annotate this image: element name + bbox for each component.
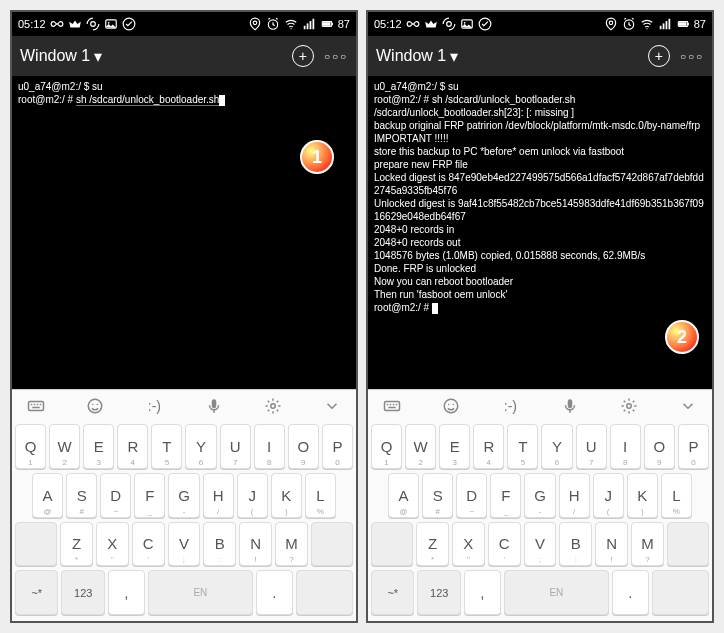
mic-icon[interactable] (204, 396, 224, 416)
key-c[interactable]: C' (132, 522, 165, 567)
keyboard-icon[interactable] (382, 396, 402, 416)
key-i[interactable]: I8 (254, 424, 285, 469)
emoji-icon[interactable] (85, 396, 105, 416)
svg-rect-35 (668, 19, 670, 30)
key-t[interactable]: T5 (151, 424, 182, 469)
chevron-down-icon[interactable] (322, 396, 342, 416)
mic-icon[interactable] (560, 396, 580, 416)
symbols-key[interactable]: ~* (15, 570, 58, 615)
key-h[interactable]: H/ (559, 473, 590, 518)
key-n[interactable]: N! (595, 522, 628, 567)
key-r[interactable]: R4 (117, 424, 148, 469)
key-c[interactable]: C' (488, 522, 521, 567)
key-x[interactable]: X" (96, 522, 129, 567)
key-v[interactable]: V; (524, 522, 557, 567)
key-s[interactable]: S# (422, 473, 453, 518)
key-n[interactable]: N! (239, 522, 272, 567)
key-w[interactable]: W2 (49, 424, 80, 469)
key-o[interactable]: O9 (644, 424, 675, 469)
key-h[interactable]: H/ (203, 473, 234, 518)
symbols-key[interactable]: ~* (371, 570, 414, 615)
key-f[interactable]: F_ (134, 473, 165, 518)
svg-rect-10 (312, 19, 314, 30)
key-j[interactable]: J( (237, 473, 268, 518)
key-g[interactable]: G- (524, 473, 555, 518)
terminal-output[interactable]: u0_a74@m2:/ $ suroot@m2:/ # sh /sdcard/u… (12, 76, 356, 389)
key-.[interactable]: . (612, 570, 649, 615)
key-s[interactable]: S# (66, 473, 97, 518)
key-e[interactable]: E3 (439, 424, 470, 469)
location-icon (604, 17, 618, 31)
space-key[interactable]: EN (148, 570, 254, 615)
key-j[interactable]: J( (593, 473, 624, 518)
key-z[interactable]: Z* (416, 522, 449, 567)
key-u[interactable]: U7 (220, 424, 251, 469)
key-i[interactable]: I8 (610, 424, 641, 469)
numbers-key[interactable]: 123 (417, 570, 460, 615)
key-l[interactable]: L% (305, 473, 336, 518)
key-q[interactable]: Q1 (371, 424, 402, 469)
key-v[interactable]: V; (168, 522, 201, 567)
key-.[interactable]: . (256, 570, 293, 615)
tab-label[interactable]: Window 1 (20, 47, 90, 65)
key-m[interactable]: M? (631, 522, 664, 567)
key-q[interactable]: Q1 (15, 424, 46, 469)
key-p[interactable]: P0 (322, 424, 353, 469)
emoji-icon[interactable] (441, 396, 461, 416)
add-tab-button[interactable]: + (292, 45, 314, 67)
infinity-icon (50, 17, 64, 31)
keyboard-icon[interactable] (26, 396, 46, 416)
key-e[interactable]: E3 (83, 424, 114, 469)
enter-key[interactable] (652, 570, 709, 615)
key-y[interactable]: Y6 (185, 424, 216, 469)
key-x[interactable]: X" (452, 522, 485, 567)
space-key[interactable]: EN (504, 570, 610, 615)
chevron-down-icon[interactable] (678, 396, 698, 416)
key-d[interactable]: D~ (100, 473, 131, 518)
gear-icon[interactable] (263, 396, 283, 416)
smiley-text[interactable]: :-) (500, 396, 520, 416)
tab-label[interactable]: Window 1 (376, 47, 446, 65)
backspace-key[interactable] (311, 522, 353, 567)
app-toolbar: Window 1 ▾ + ○○○ (12, 36, 356, 76)
smiley-text[interactable]: :-) (144, 396, 164, 416)
backspace-key[interactable] (667, 522, 709, 567)
key-o[interactable]: O9 (288, 424, 319, 469)
gear-icon[interactable] (619, 396, 639, 416)
key-k[interactable]: K) (271, 473, 302, 518)
key-l[interactable]: L% (661, 473, 692, 518)
svg-rect-38 (687, 23, 688, 25)
keyboard[interactable]: :-)Q1W2E3R4T5Y6U7I8O9P0A@S#D~F_G-H/J(K)L… (12, 389, 356, 621)
add-tab-button[interactable]: + (648, 45, 670, 67)
keyboard[interactable]: :-)Q1W2E3R4T5Y6U7I8O9P0A@S#D~F_G-H/J(K)L… (368, 389, 712, 621)
key-a[interactable]: A@ (32, 473, 63, 518)
chevron-down-icon[interactable]: ▾ (94, 47, 102, 66)
key-y[interactable]: Y6 (541, 424, 572, 469)
key-,[interactable]: , (108, 570, 145, 615)
shift-key[interactable] (15, 522, 57, 567)
shift-key[interactable] (371, 522, 413, 567)
svg-rect-18 (40, 404, 42, 406)
key-b[interactable]: B: (203, 522, 236, 567)
terminal-output[interactable]: u0_a74@m2:/ $ suroot@m2:/ # sh /sdcard/u… (368, 76, 712, 389)
key-k[interactable]: K) (627, 473, 658, 518)
numbers-key[interactable]: 123 (61, 570, 104, 615)
key-w[interactable]: W2 (405, 424, 436, 469)
key-r[interactable]: R4 (473, 424, 504, 469)
key-m[interactable]: M? (275, 522, 308, 567)
key-f[interactable]: F_ (490, 473, 521, 518)
svg-point-0 (90, 22, 95, 27)
key-g[interactable]: G- (168, 473, 199, 518)
key-,[interactable]: , (464, 570, 501, 615)
key-d[interactable]: D~ (456, 473, 487, 518)
key-z[interactable]: Z* (60, 522, 93, 567)
enter-key[interactable] (296, 570, 353, 615)
key-p[interactable]: P0 (678, 424, 709, 469)
overflow-menu[interactable]: ○○○ (680, 51, 704, 62)
key-u[interactable]: U7 (576, 424, 607, 469)
chevron-down-icon[interactable]: ▾ (450, 47, 458, 66)
overflow-menu[interactable]: ○○○ (324, 51, 348, 62)
key-a[interactable]: A@ (388, 473, 419, 518)
key-t[interactable]: T5 (507, 424, 538, 469)
key-b[interactable]: B: (559, 522, 592, 567)
